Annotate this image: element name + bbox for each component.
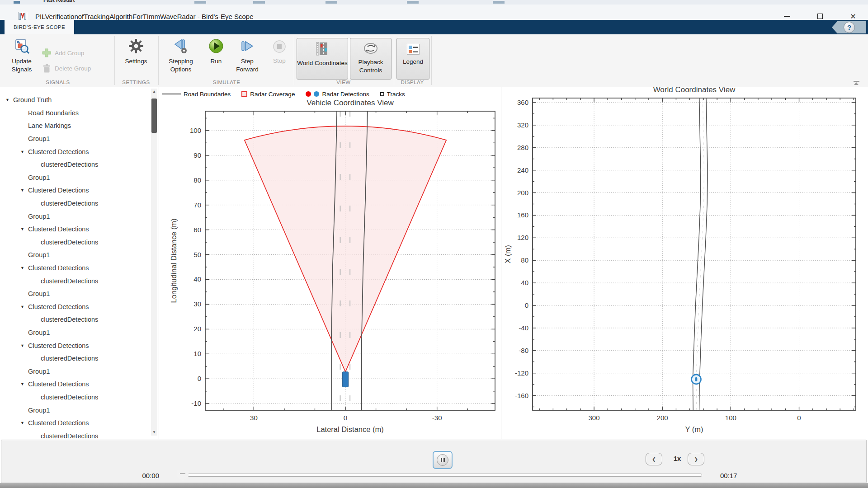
tree-item[interactable]: ▼Clustered Detections — [0, 339, 151, 352]
svg-text:-160: -160 — [515, 392, 528, 399]
expand-arrow-icon[interactable]: ▼ — [20, 305, 28, 309]
tree-item[interactable]: ▼Clustered Detections — [0, 300, 151, 314]
expand-arrow-icon[interactable]: ▼ — [20, 227, 28, 231]
section-label-display: DISPLAY — [376, 80, 448, 85]
expand-arrow-icon[interactable]: ▼ — [20, 421, 28, 425]
tree-item[interactable]: ▼Clustered Detections — [0, 417, 151, 430]
background-fragment — [493, 1, 505, 4]
signal-tree-panel: ▼Ground TruthRoad BoundariesLane Marking… — [0, 87, 159, 439]
step-forward-button[interactable]: Step Forward — [230, 38, 264, 74]
delete-group-button[interactable]: Delete Group — [42, 63, 91, 73]
add-group-icon — [42, 48, 52, 58]
end-time: 00:17 — [720, 472, 737, 479]
timeline-slider-track[interactable] — [181, 474, 702, 477]
expand-arrow-icon[interactable]: ▼ — [5, 98, 13, 102]
add-group-button[interactable]: Add Group — [42, 48, 84, 58]
tree-item[interactable]: Lane Markings — [0, 119, 151, 132]
close-icon: ✕ — [850, 12, 856, 21]
help-button[interactable]: ? — [832, 21, 866, 33]
tree-item[interactable]: ▼Clustered Detections — [0, 223, 151, 236]
expand-arrow-icon[interactable]: ▼ — [20, 266, 28, 270]
delete-group-label: Delete Group — [55, 65, 91, 72]
tree-item[interactable]: Road Boundaries — [0, 107, 151, 120]
tree-item[interactable]: Group1 — [0, 132, 151, 145]
signal-tree: ▼Ground TruthRoad BoundariesLane Marking… — [0, 94, 151, 439]
tree-item[interactable]: ▼Clustered Detections — [0, 378, 151, 391]
tree-item-label: clusteredDetections — [41, 432, 98, 439]
tree-item[interactable]: Group1 — [0, 210, 151, 223]
tree-item[interactable]: Group1 — [0, 326, 151, 339]
svg-text:0: 0 — [797, 414, 801, 422]
tree-scrollbar[interactable]: ▲ ▼ — [151, 89, 157, 436]
tab-birds-eye-scope[interactable]: BIRD'S-EYE SCOPE — [5, 20, 74, 34]
update-signals-button[interactable]: Update Signals — [5, 38, 39, 74]
tree-item[interactable]: Group1 — [0, 287, 151, 300]
legend-label: Legend — [397, 58, 429, 66]
tree-item[interactable]: clusteredDetections — [0, 391, 151, 404]
tree-item[interactable]: Group1 — [0, 249, 151, 262]
ego-vehicle — [695, 377, 698, 381]
section-label-signals: SIGNALS — [22, 80, 94, 85]
run-label: Run — [203, 57, 229, 66]
section-divider — [394, 36, 394, 85]
tree-item-label: clusteredDetections — [41, 239, 98, 246]
tree-item[interactable]: clusteredDetections — [0, 429, 151, 439]
svg-text:-30: -30 — [432, 414, 442, 422]
tree-item[interactable]: ▼Ground Truth — [0, 94, 151, 107]
section-divider — [114, 36, 115, 85]
svg-text:300: 300 — [589, 414, 600, 422]
section-divider — [294, 36, 294, 85]
tree-item[interactable]: ▼Clustered Detections — [0, 184, 151, 197]
vehicle-coordinates-chart: 300-30-100102030405060708090100Vehicle C… — [170, 99, 495, 433]
playback-controls-label: Playback Controls — [350, 58, 391, 75]
tree-item-label: Clustered Detections — [28, 303, 89, 310]
expand-arrow-icon[interactable]: ▼ — [20, 188, 28, 192]
y-axis-label: Longitudinal Distance (m) — [170, 218, 178, 303]
tree-item[interactable]: clusteredDetections — [0, 352, 151, 365]
playback-controls-toggle[interactable]: Playback Controls — [350, 38, 392, 80]
collapse-ribbon-icon — [854, 81, 859, 82]
tree-item[interactable]: ▼Clustered Detections — [0, 262, 151, 275]
stepping-options-button[interactable]: Stepping Options — [161, 38, 200, 74]
svg-text:30: 30 — [250, 414, 258, 422]
tree-item[interactable]: Group1 — [0, 365, 151, 378]
scroll-up-icon[interactable]: ▲ — [151, 89, 157, 95]
scrollbar-thumb[interactable] — [151, 99, 157, 133]
background-fragment — [407, 1, 419, 4]
pause-button[interactable] — [433, 451, 453, 469]
step-forward-playback-button[interactable]: ❯ — [688, 453, 704, 465]
svg-text:-120: -120 — [515, 369, 528, 377]
settings-button[interactable]: Settings — [118, 38, 154, 66]
tree-item-label: Clustered Detections — [28, 419, 89, 427]
tree-item[interactable]: ▼Clustered Detections — [0, 145, 151, 158]
step-back-button[interactable]: ❮ — [646, 453, 662, 465]
section-label-settings: SETTINGS — [100, 80, 172, 85]
expand-arrow-icon[interactable]: ▼ — [20, 343, 28, 348]
tree-item[interactable]: clusteredDetections — [0, 313, 151, 326]
tree-item[interactable]: clusteredDetections — [0, 236, 151, 249]
section-label-simulate: SIMULATE — [190, 80, 263, 85]
tree-item[interactable]: clusteredDetections — [0, 274, 151, 287]
tree-item[interactable]: Group1 — [0, 171, 151, 184]
world-coordinates-chart: 3002001000-160-120-80-400408012016020024… — [504, 87, 856, 433]
world-coordinates-toggle[interactable]: World Coordinates — [297, 38, 348, 80]
legend-toggle[interactable]: Legend — [396, 38, 429, 80]
expand-arrow-icon[interactable]: ▼ — [20, 150, 28, 154]
tree-item[interactable]: Group1 — [0, 404, 151, 417]
tree-item[interactable]: clusteredDetections — [0, 197, 151, 210]
help-icon: ? — [844, 22, 855, 33]
svg-text:280: 280 — [517, 144, 528, 151]
background-fragment — [326, 1, 337, 4]
chart-title: World Coordinates View — [653, 87, 736, 94]
collapse-ribbon-button[interactable] — [852, 81, 861, 87]
stop-button[interactable]: Stop — [267, 38, 292, 65]
scroll-down-icon[interactable]: ▼ — [151, 429, 157, 436]
tree-item-label: clusteredDetections — [41, 161, 98, 168]
expand-arrow-icon[interactable]: ▼ — [20, 382, 28, 386]
tree-item-label: clusteredDetections — [41, 355, 98, 362]
step-back-icon: ❮ — [652, 456, 656, 462]
tree-item[interactable]: clusteredDetections — [0, 158, 151, 171]
chart-title: Vehicle Coordinates View — [307, 99, 394, 107]
run-button[interactable]: Run — [203, 38, 229, 66]
tree-item-label: Group1 — [28, 135, 50, 142]
